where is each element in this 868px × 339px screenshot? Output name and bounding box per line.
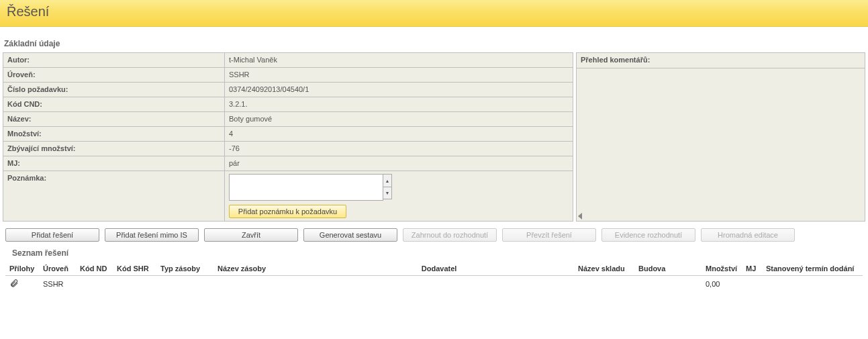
row-nazev-zasoby	[213, 276, 418, 293]
row-typ-zasoby	[156, 276, 213, 293]
row-kod-shr	[113, 276, 156, 293]
author-value: t-Michal Vaněk	[225, 53, 573, 68]
name-value: Boty gumové	[225, 112, 573, 127]
takeover-solution-button: Převzít řešení	[502, 228, 596, 242]
col-kod-nd: Kód ND	[76, 262, 113, 276]
spinner-down-icon[interactable]: ▼	[383, 187, 392, 199]
qty-value: 4	[225, 127, 573, 142]
page-header: Řešení	[0, 0, 868, 27]
reqnum-value: 0374/24092013/04540/1	[225, 83, 573, 97]
col-mnozstvi: Množství	[702, 262, 742, 276]
row-termin	[762, 276, 863, 293]
note-textarea[interactable]	[229, 174, 383, 201]
action-button-row: Přidat řešení Přidat řešení mimo IS Zavř…	[5, 228, 865, 242]
add-solution-button[interactable]: Přidat řešení	[5, 228, 99, 242]
comments-body	[577, 68, 865, 221]
row-mnozstvi: 0,00	[702, 276, 742, 293]
generate-report-button[interactable]: Generovat sestavu	[303, 228, 397, 242]
mj-label: MJ:	[3, 156, 225, 171]
col-attachments: Přílohy	[5, 262, 39, 276]
remqty-value: -76	[225, 142, 573, 156]
col-level: Úroveň	[39, 262, 76, 276]
level-label: Úroveň:	[3, 68, 225, 83]
name-label: Název:	[3, 112, 225, 127]
add-note-button[interactable]: Přidat poznámku k požadavku	[229, 205, 346, 218]
row-kod-nd	[76, 276, 113, 293]
paperclip-icon[interactable]	[9, 281, 19, 289]
basic-section-title: Základní údaje	[4, 39, 865, 48]
row-budova	[634, 276, 702, 293]
solutions-table: Přílohy Úroveň Kód ND Kód SHR Typ zásoby…	[5, 262, 863, 292]
reqnum-label: Číslo požadavku:	[3, 83, 225, 97]
author-label: Autor:	[3, 53, 225, 68]
scroll-left-icon[interactable]	[578, 213, 582, 220]
mj-value: pár	[225, 156, 573, 171]
col-termin: Stanovený termín dodání	[762, 262, 863, 276]
col-mj: MJ	[742, 262, 762, 276]
comments-panel: Přehled komentářů:	[576, 52, 865, 222]
bulk-edit-button: Hromadná editace	[701, 228, 795, 242]
evidence-decision-button: Evidence rozhodnutí	[601, 228, 695, 242]
col-kod-shr: Kód SHR	[113, 262, 156, 276]
col-nazev-skladu: Název skladu	[574, 262, 634, 276]
level-value: SSHR	[225, 68, 573, 83]
add-solution-out-button[interactable]: Přidat řešení mimo IS	[105, 228, 199, 242]
col-dodavatel: Dodavatel	[418, 262, 574, 276]
row-dodavatel	[418, 276, 574, 293]
row-level: SSHR	[39, 276, 76, 293]
close-button[interactable]: Zavřít	[204, 228, 298, 242]
col-budova: Budova	[634, 262, 702, 276]
cnd-label: Kód CND:	[3, 97, 225, 112]
row-mj	[742, 276, 762, 293]
basic-details-table: Autor: t-Michal Vaněk Úroveň: SSHR Číslo…	[3, 52, 573, 222]
cnd-value: 3.2.1.	[225, 97, 573, 112]
comments-title: Přehled komentářů:	[577, 53, 865, 68]
spinner-up-icon[interactable]: ▲	[383, 174, 392, 187]
page-title: Řešení	[7, 4, 861, 19]
remqty-label: Zbývající množství:	[3, 142, 225, 156]
row-nazev-skladu	[574, 276, 634, 293]
qty-label: Množství:	[3, 127, 225, 142]
include-decision-button: Zahrnout do rozhodnutí	[403, 228, 497, 242]
col-nazev-zasoby: Název zásoby	[213, 262, 418, 276]
col-typ-zasoby: Typ zásoby	[156, 262, 213, 276]
table-row[interactable]: SSHR 0,00	[5, 276, 863, 293]
note-label: Poznámka:	[3, 171, 225, 222]
attachment-cell[interactable]	[5, 276, 39, 293]
solutions-title: Seznam řešení	[12, 248, 863, 258]
note-spinner[interactable]: ▲ ▼	[383, 174, 392, 199]
